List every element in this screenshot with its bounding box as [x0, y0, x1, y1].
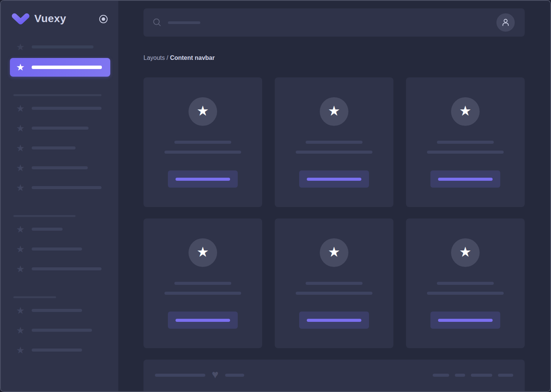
- star-icon: ★: [459, 104, 471, 118]
- sidebar-item[interactable]: ★: [1, 239, 118, 259]
- sidebar-item-placeholder: [32, 267, 102, 270]
- user-avatar[interactable]: [496, 13, 515, 32]
- card-text-placeholder: [437, 282, 494, 285]
- top-navbar: [143, 8, 525, 37]
- button-label-placeholder: [307, 178, 361, 181]
- star-icon: ★: [15, 163, 26, 173]
- star-icon: ★: [15, 225, 26, 234]
- star-icon: ★: [459, 245, 471, 259]
- footer-placeholder: [155, 374, 205, 377]
- sidebar-item[interactable]: ★: [1, 37, 118, 57]
- footer-placeholder: [225, 374, 244, 377]
- sidebar-item[interactable]: ★: [1, 138, 118, 158]
- card-avatar-circle: ★: [320, 238, 348, 267]
- search-placeholder: [168, 21, 200, 24]
- sidebar-item[interactable]: ★: [1, 98, 118, 118]
- search-icon: [152, 18, 161, 27]
- sidebar-section-heading: [13, 296, 56, 298]
- breadcrumb-current: Content navbar: [170, 55, 214, 61]
- card-action-button[interactable]: [168, 170, 238, 188]
- breadcrumb-parent[interactable]: Layouts: [143, 55, 165, 61]
- sidebar-item[interactable]: ★: [1, 178, 118, 198]
- app-window: Vuexy ★ ★ ★ ★ ★ ★: [0, 0, 551, 392]
- user-icon: [501, 18, 510, 27]
- sidebar-item[interactable]: ★: [1, 340, 118, 360]
- sidebar-item-placeholder: [32, 127, 89, 130]
- sidebar-item-placeholder: [32, 146, 76, 149]
- footer-link-placeholder: [433, 374, 449, 377]
- sidebar-item[interactable]: ★: [1, 300, 118, 320]
- card-action-button[interactable]: [430, 170, 500, 188]
- content-card: ★: [143, 77, 262, 207]
- footer-link-placeholder: [498, 374, 513, 377]
- button-label-placeholder: [176, 319, 230, 322]
- star-icon: ★: [15, 63, 26, 72]
- vuexy-logo-icon: [12, 13, 29, 25]
- content-card: ★: [275, 218, 393, 348]
- sidebar-item-placeholder: [32, 228, 63, 231]
- button-label-placeholder: [176, 178, 230, 181]
- sidebar-section: ★ ★ ★: [1, 296, 118, 360]
- sidebar-item[interactable]: ★: [1, 118, 118, 138]
- card-action-button[interactable]: [168, 312, 238, 329]
- sidebar-item[interactable]: ★: [1, 259, 118, 279]
- card-action-button[interactable]: [430, 312, 500, 329]
- card-avatar-circle: ★: [320, 97, 348, 126]
- sidebar-item-active[interactable]: ★: [10, 58, 110, 77]
- sidebar-section: ★ ★ ★ ★ ★: [1, 94, 118, 198]
- breadcrumb: Layouts / Content navbar: [143, 55, 525, 61]
- card-text-placeholder: [164, 292, 241, 295]
- card-text-placeholder: [164, 151, 241, 154]
- star-icon: ★: [15, 306, 26, 315]
- card-text-placeholder: [296, 292, 372, 295]
- heart-icon: ♥: [212, 369, 219, 380]
- button-label-placeholder: [438, 178, 493, 181]
- card-text-placeholder: [427, 292, 504, 295]
- sidebar: Vuexy ★ ★ ★ ★ ★ ★: [1, 1, 118, 391]
- footer-row: ♥: [143, 360, 525, 391]
- sidebar-item-placeholder: [32, 107, 102, 110]
- star-icon: ★: [15, 244, 26, 254]
- menu-pin-radio-icon[interactable]: [98, 14, 108, 24]
- card-text-placeholder: [306, 282, 362, 285]
- star-icon: ★: [328, 104, 340, 118]
- sidebar-item-placeholder: [32, 45, 93, 48]
- button-label-placeholder: [307, 319, 361, 322]
- card-avatar-circle: ★: [451, 238, 480, 267]
- star-icon: ★: [15, 143, 26, 153]
- card-grid: ★ ★ ★ ★: [143, 77, 525, 348]
- footer-links: [433, 374, 513, 377]
- sidebar-item-placeholder: [32, 186, 102, 189]
- star-icon: ★: [197, 104, 209, 118]
- sidebar-active-placeholder: [32, 66, 102, 69]
- sidebar-item-placeholder: [32, 247, 82, 251]
- card-avatar-circle: ★: [451, 97, 480, 126]
- card-action-button[interactable]: [299, 312, 369, 329]
- sidebar-item[interactable]: ★: [1, 158, 118, 178]
- content-card: ★: [275, 77, 393, 207]
- card-text-placeholder: [174, 141, 231, 144]
- card-text-placeholder: [306, 141, 362, 144]
- content-card: ★: [406, 77, 525, 207]
- sidebar-item-placeholder: [32, 309, 82, 312]
- card-avatar-circle: ★: [188, 97, 217, 126]
- star-icon: ★: [15, 326, 26, 335]
- star-icon: ★: [15, 345, 26, 355]
- content-card: ★: [143, 218, 262, 348]
- sidebar-item-placeholder: [32, 166, 88, 169]
- brand-title: Vuexy: [34, 13, 66, 25]
- card-action-button[interactable]: [299, 170, 369, 188]
- card-avatar-circle: ★: [188, 238, 217, 267]
- star-icon: ★: [15, 264, 26, 274]
- card-text-placeholder: [437, 141, 494, 144]
- sidebar-item[interactable]: ★: [1, 219, 118, 239]
- sidebar-section-heading: [13, 215, 76, 217]
- star-icon: ★: [15, 124, 26, 133]
- sidebar-header: Vuexy: [1, 1, 118, 37]
- main-content: Layouts / Content navbar ★ ★ ★: [118, 1, 550, 391]
- breadcrumb-separator: /: [165, 55, 170, 61]
- card-text-placeholder: [427, 151, 504, 154]
- search-input[interactable]: [152, 18, 496, 27]
- star-icon: ★: [197, 245, 209, 259]
- sidebar-item[interactable]: ★: [1, 320, 118, 340]
